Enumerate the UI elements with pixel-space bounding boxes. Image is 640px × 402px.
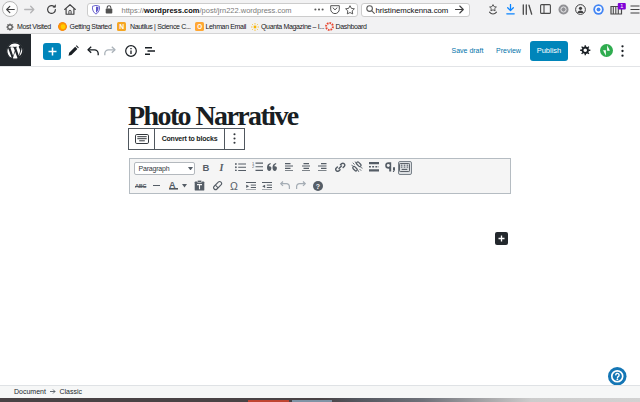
svg-text:?: ? <box>316 182 320 189</box>
svg-text:2: 2 <box>252 164 255 169</box>
svg-text:1: 1 <box>620 3 623 9</box>
svg-text:O: O <box>197 23 202 30</box>
svg-text:N: N <box>119 23 124 30</box>
